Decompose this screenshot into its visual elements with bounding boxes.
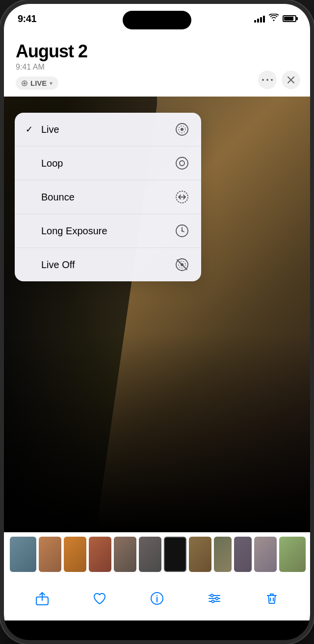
svg-point-1 <box>266 79 268 81</box>
menu-item-loop-left: ✓ Loop <box>26 158 63 169</box>
delete-button[interactable] <box>259 585 285 612</box>
filmstrip <box>4 532 310 576</box>
filmstrip-thumb-3[interactable] <box>64 537 86 572</box>
filmstrip-thumb-10[interactable] <box>234 537 252 572</box>
filmstrip-thumb-4[interactable] <box>89 537 111 572</box>
svg-point-10 <box>182 230 183 232</box>
svg-point-17 <box>157 595 157 596</box>
menu-item-live-left: ✓ Live <box>26 124 59 135</box>
svg-point-6 <box>176 157 188 169</box>
phone-frame: 9:41 <box>0 0 314 644</box>
share-button[interactable] <box>29 585 55 612</box>
filmstrip-thumb-6[interactable] <box>139 537 161 572</box>
live-badge-button[interactable]: LIVE ▾ <box>16 76 58 90</box>
signal-bar-1 <box>254 20 256 23</box>
menu-label-long-exposure: Long Exposure <box>41 225 107 237</box>
battery-fill <box>284 17 293 21</box>
long-exposure-option-icon <box>174 223 190 239</box>
filmstrip-thumb-11[interactable] <box>254 537 277 572</box>
svg-point-23 <box>211 600 214 603</box>
menu-item-live-off[interactable]: ✓ Live Off <box>15 248 201 281</box>
filmstrip-thumb-9[interactable] <box>214 537 232 572</box>
filmstrip-thumb-2[interactable] <box>39 537 61 572</box>
header: August 2 9:41 AM LIVE ▾ <box>4 33 310 97</box>
wifi-icon <box>269 14 279 24</box>
menu-item-live[interactable]: ✓ Live <box>15 113 201 147</box>
photo-shadow <box>4 333 310 532</box>
svg-point-5 <box>181 128 183 131</box>
battery-icon <box>283 15 296 22</box>
svg-point-0 <box>262 79 264 81</box>
close-button[interactable] <box>282 71 300 89</box>
filmstrip-thumb-5[interactable] <box>114 537 136 572</box>
status-icons <box>254 14 296 24</box>
menu-item-bounce[interactable]: ✓ Bounce <box>15 180 201 214</box>
photo-background <box>4 33 310 532</box>
signal-bar-4 <box>263 16 265 23</box>
header-actions <box>258 71 300 89</box>
loop-option-icon <box>174 155 190 172</box>
header-subtitle: 9:41 AM <box>16 63 298 72</box>
menu-label-live: Live <box>41 124 59 135</box>
svg-point-7 <box>180 161 184 166</box>
live-badge-dot-icon <box>22 80 27 86</box>
dynamic-island <box>123 11 191 29</box>
favorite-button[interactable] <box>86 585 113 612</box>
menu-item-long-exposure-left: ✓ Long Exposure <box>26 225 107 237</box>
more-button[interactable] <box>258 71 277 89</box>
menu-label-live-off: Live Off <box>41 259 75 271</box>
live-badge-chevron-icon: ▾ <box>50 80 52 87</box>
menu-item-bounce-left: ✓ Bounce <box>26 192 75 203</box>
status-time: 9:41 <box>18 13 36 25</box>
signal-bar-2 <box>257 19 259 23</box>
menu-label-loop: Loop <box>41 158 63 169</box>
filmstrip-thumb-8[interactable] <box>189 537 211 572</box>
live-options-menu: ✓ Live ✓ Loop <box>15 113 201 281</box>
menu-label-bounce: Bounce <box>41 192 75 203</box>
toolbar <box>4 576 310 620</box>
bounce-option-icon <box>174 189 190 205</box>
home-indicator <box>123 633 191 635</box>
signal-bar-3 <box>260 17 262 23</box>
filmstrip-thumb-12[interactable] <box>279 537 306 572</box>
signal-bars-icon <box>254 15 265 23</box>
svg-point-22 <box>215 597 218 600</box>
menu-item-live-off-left: ✓ Live Off <box>26 259 75 271</box>
filmstrip-thumb-7[interactable] <box>164 537 186 572</box>
live-option-icon <box>174 121 190 138</box>
info-button[interactable] <box>144 585 170 612</box>
svg-point-21 <box>210 594 213 597</box>
edit-button[interactable] <box>201 585 228 612</box>
menu-item-long-exposure[interactable]: ✓ Long Exposure <box>15 214 201 248</box>
live-badge-text: LIVE <box>30 79 47 87</box>
svg-point-2 <box>271 79 273 81</box>
filmstrip-thumb-1[interactable] <box>10 537 36 572</box>
menu-item-loop[interactable]: ✓ Loop <box>15 147 201 180</box>
live-off-option-icon <box>174 256 190 273</box>
live-checkmark-icon: ✓ <box>26 124 35 135</box>
header-title: August 2 <box>16 41 298 62</box>
